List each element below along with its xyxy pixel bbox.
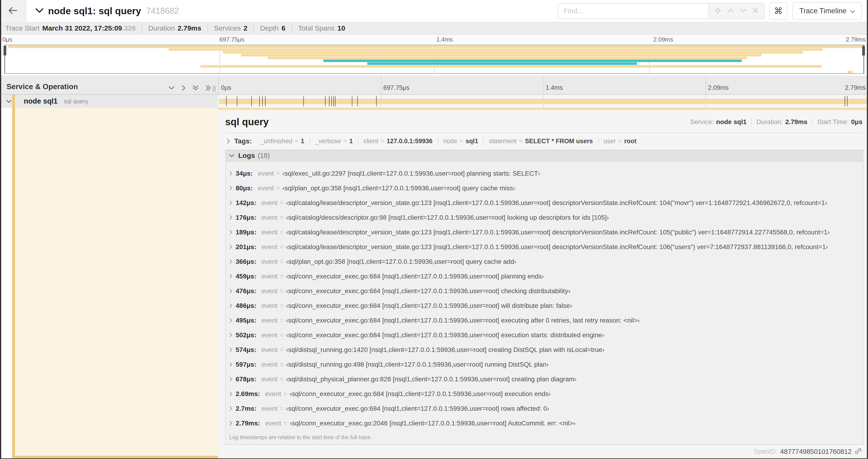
tick-label: 0μs: [2, 36, 12, 43]
service-operation-header: Service & Operation: [0, 75, 218, 94]
next-match-icon[interactable]: [740, 8, 747, 14]
log-row[interactable]: 366μs: event = ‹sql/plan_opt.go:358 [nsq…: [226, 254, 863, 269]
log-expand-chevron-icon[interactable]: [229, 362, 232, 367]
trace-summary-item: Depth 6: [253, 24, 291, 32]
log-field-key: event: [265, 420, 281, 427]
log-row[interactable]: 476μs: event = ‹sql/conn_executor_exec.g…: [226, 284, 863, 298]
log-expand-chevron-icon[interactable]: [229, 171, 232, 176]
logs-header[interactable]: Logs (18): [226, 150, 863, 161]
log-marker-tick: [352, 96, 352, 106]
tag-equals: =: [380, 138, 384, 145]
tags-expand-chevron-icon[interactable]: [226, 138, 230, 144]
log-expand-chevron-icon[interactable]: [229, 274, 232, 279]
match-locate-icon[interactable]: [714, 7, 721, 15]
expand-one-icon[interactable]: [182, 85, 186, 91]
log-expand-chevron-icon[interactable]: [229, 391, 232, 396]
span-operation-name: sql query: [64, 98, 88, 105]
log-row[interactable]: 597μs: event = ‹sql/distsql_running.go:4…: [226, 357, 863, 372]
log-expand-chevron-icon[interactable]: [229, 259, 232, 264]
back-button[interactable]: [0, 0, 26, 22]
meta-label: Service:: [690, 118, 714, 126]
log-expand-chevron-icon[interactable]: [229, 215, 232, 220]
trace-summary-item: Duration 2.79ms: [142, 24, 208, 32]
axis-tick-label: 697.75μs: [219, 36, 245, 43]
log-field-key: event: [261, 331, 278, 339]
collapse-trace-chevron-icon[interactable]: [35, 8, 43, 14]
log-row[interactable]: 459μs: event = ‹sql/conn_executor_exec.g…: [226, 269, 863, 284]
log-expand-chevron-icon[interactable]: [229, 318, 232, 323]
log-equals: =: [283, 420, 287, 427]
prev-match-icon[interactable]: [727, 8, 734, 14]
trace-view-select[interactable]: Trace Timeline: [793, 2, 862, 20]
log-expand-chevron-icon[interactable]: [229, 421, 232, 426]
log-expand-chevron-icon[interactable]: [229, 406, 232, 411]
log-expand-chevron-icon[interactable]: [229, 200, 232, 205]
left-scrubber-handle[interactable]: [3, 46, 6, 56]
log-row[interactable]: 176μs: event = ‹sql/catalog/descs/descri…: [226, 210, 863, 225]
minimap-tick-labels: 0μs697.75μs1.4ms2.09ms2.79ms: [0, 35, 868, 45]
right-scrubber-handle[interactable]: [862, 46, 865, 56]
log-row[interactable]: 201μs: event = ‹sql/catalog/lease/descri…: [226, 239, 863, 254]
log-expand-chevron-icon[interactable]: [229, 303, 232, 308]
collapse-one-icon[interactable]: [168, 86, 175, 90]
log-row[interactable]: 574μs: event = ‹sql/distsql_running.go:1…: [226, 342, 863, 357]
log-equals: =: [280, 287, 283, 295]
viewport-right-scrubber[interactable]: [863, 45, 864, 73]
tags-row[interactable]: Tags: _unfinished = 1 _verbose = 1 clien…: [225, 137, 863, 145]
log-expand-chevron-icon[interactable]: [229, 244, 232, 249]
info-label: Duration: [148, 24, 175, 32]
logs-collapse-chevron-icon[interactable]: [229, 154, 235, 157]
log-field-key: event: [261, 375, 278, 383]
trace-minimap[interactable]: [4, 45, 864, 74]
clear-search-icon[interactable]: [752, 7, 758, 14]
log-expand-chevron-icon[interactable]: [229, 230, 232, 235]
deep-link-icon[interactable]: [855, 447, 862, 456]
log-marker-tick: [237, 96, 237, 106]
log-field-key: event: [261, 361, 278, 368]
log-marker-tick: [334, 96, 334, 106]
log-field-value: ‹sql/catalog/descs/descriptor.go:98 [nsq…: [286, 214, 609, 221]
log-expand-chevron-icon[interactable]: [229, 347, 232, 352]
log-row[interactable]: 495μs: event = ‹sql/conn_executor_exec.g…: [226, 313, 863, 328]
log-marker-tick: [335, 96, 336, 106]
meta-value: 0μs: [851, 118, 862, 126]
log-marker-tick: [329, 96, 330, 106]
span-collapse-chevron-icon[interactable]: [6, 100, 12, 103]
span-bar-cell[interactable]: [218, 95, 868, 108]
log-field-key: event: [258, 170, 274, 177]
log-row[interactable]: 486μs: event = ‹sql/conn_executor_exec.g…: [226, 298, 863, 313]
log-expand-chevron-icon[interactable]: [229, 377, 232, 382]
log-row[interactable]: 2.7ms: event = ‹sql/conn_executor_exec.g…: [226, 401, 863, 416]
log-marker-tick: [265, 96, 266, 106]
viewport-left-scrubber[interactable]: [5, 45, 5, 73]
log-row[interactable]: 189μs: event = ‹sql/catalog/lease/descri…: [226, 225, 863, 239]
log-expand-chevron-icon[interactable]: [229, 186, 232, 191]
span-row[interactable]: node sql1 sql query: [0, 95, 868, 108]
log-row[interactable]: 34μs: event = ‹sql/exec_util.go:2297 [ns…: [226, 166, 863, 181]
log-expand-chevron-icon[interactable]: [229, 333, 232, 337]
minimap-span-bar: [241, 54, 762, 57]
log-row[interactable]: 502μs: event = ‹sql/conn_executor_exec.g…: [226, 328, 863, 342]
span-name-cell[interactable]: node sql1 sql query: [0, 95, 218, 108]
span-duration-bar[interactable]: [219, 99, 867, 104]
log-row[interactable]: 2.79ms: event = ‹sql/conn_executor_exec.…: [226, 416, 863, 431]
expand-all-icon[interactable]: [206, 85, 211, 91]
log-row[interactable]: 2.69ms: event = ‹sql/conn_executor_exec.…: [226, 387, 863, 401]
log-field-key: event: [261, 302, 278, 309]
find-input[interactable]: [558, 3, 709, 19]
keyboard-shortcuts-button[interactable]: ⌘: [770, 2, 787, 20]
log-timestamp: 476μs:: [236, 287, 256, 295]
log-row[interactable]: 142μs: event = ‹sql/catalog/lease/descri…: [226, 195, 863, 210]
axis-tick-label: 2.09ms: [653, 36, 673, 43]
trace-id: 7418682: [146, 6, 179, 16]
log-expand-chevron-icon[interactable]: [229, 289, 232, 293]
log-row[interactable]: 678μs: event = ‹sql/distsql_physical_pla…: [226, 372, 863, 387]
info-label: Trace Start: [5, 24, 39, 32]
log-field-value: ‹sql/conn_executor_exec.go:684 [nsql1,cl…: [286, 331, 604, 339]
collapse-all-icon[interactable]: [192, 85, 198, 91]
column-resizer-handle[interactable]: [213, 86, 215, 92]
log-row[interactable]: 80μs: event = ‹sql/plan_opt.go:358 [nsql…: [226, 181, 863, 195]
log-field-value: ‹sql/catalog/lease/descriptor_version_st…: [286, 229, 830, 236]
service-operation-label: Service & Operation: [6, 82, 78, 91]
axis-tick-label: 0μs: [2, 36, 12, 43]
